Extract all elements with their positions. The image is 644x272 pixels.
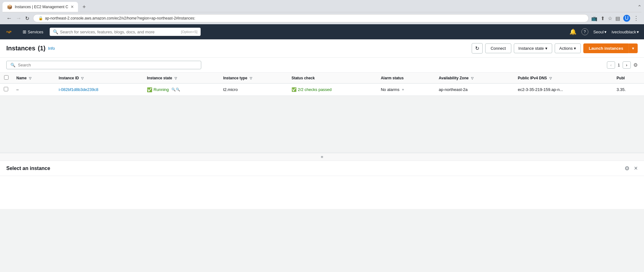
user-profile-icon[interactable]: U bbox=[623, 15, 630, 22]
bottom-panel-content bbox=[0, 176, 644, 207]
launch-instances-split-button[interactable]: ▾ bbox=[629, 43, 638, 53]
url-bar[interactable]: 🔒 ap-northeast-2.console.aws.amazon.com/… bbox=[33, 14, 589, 22]
connect-button[interactable]: Connect bbox=[485, 43, 511, 53]
services-button[interactable]: ⊞ Services bbox=[20, 28, 46, 36]
aws-search-input[interactable] bbox=[60, 30, 179, 34]
bottom-panel-close-icon[interactable]: × bbox=[634, 165, 638, 172]
row-instance-type: t2.micro bbox=[223, 87, 238, 92]
col-public-dns-sort-icon: ▽ bbox=[549, 76, 552, 80]
row-name: – bbox=[16, 87, 19, 92]
instance-state-button[interactable]: Instance state ▾ bbox=[514, 43, 552, 53]
extension-icon[interactable]: ▤ bbox=[615, 15, 620, 21]
aws-logo[interactable] bbox=[5, 28, 16, 36]
nav-right-area: 🔔 ? Seoul ▾ ivecloudblack ▾ bbox=[569, 28, 639, 35]
region-dropdown-icon: ▾ bbox=[604, 30, 607, 34]
instance-count: (1) bbox=[38, 45, 45, 52]
pagination-prev-button[interactable]: ‹ bbox=[607, 61, 615, 69]
instances-table-container: Name ▽ Instance ID ▽ Instance state ▽ In… bbox=[0, 73, 644, 96]
search-icon: 🔍 bbox=[53, 29, 58, 34]
page-title: Instances bbox=[6, 45, 35, 52]
row-instance-id-link[interactable]: i-082bf1d8b3de239c8 bbox=[59, 87, 98, 92]
row-checkbox[interactable] bbox=[4, 87, 8, 91]
instance-state-label: Instance state bbox=[519, 46, 544, 51]
add-alarm-icon[interactable]: + bbox=[402, 87, 404, 92]
url-text: ap-northeast-2.console.aws.amazon.com/ec… bbox=[45, 16, 195, 20]
download-icon[interactable]: ⬆ bbox=[601, 15, 605, 21]
page-title-area: Instances (1) Info bbox=[6, 45, 55, 52]
bottom-panel-drag-handle[interactable]: ≡ bbox=[0, 153, 644, 161]
user-label: ivecloudblack bbox=[612, 30, 636, 34]
bell-icon[interactable]: 🔔 bbox=[569, 28, 576, 35]
checks-passed: ✅ 2/2 checks passed bbox=[291, 87, 332, 92]
zoom-icons: 🔍🔍 bbox=[171, 88, 180, 92]
user-dropdown-icon: ▾ bbox=[637, 30, 639, 34]
instance-state-dropdown-icon: ▾ bbox=[545, 46, 547, 51]
refresh-button[interactable]: ↻ bbox=[472, 43, 483, 54]
nav-back-button[interactable]: ← bbox=[5, 14, 13, 22]
browser-expand: ⌃ bbox=[637, 4, 641, 10]
screen-cast-icon[interactable]: 📺 bbox=[591, 15, 597, 21]
aws-search-bar[interactable]: 🔍 [Option+S] bbox=[50, 28, 201, 36]
main-content: Instances (1) Info ↻ Connect Instance st… bbox=[0, 39, 644, 152]
launch-instances-button[interactable]: Launch instances bbox=[583, 43, 629, 53]
browser-right-actions: 📺 ⬆ ☆ ▤ U ⋮ bbox=[591, 15, 639, 22]
col-header-name[interactable]: Name ▽ bbox=[13, 73, 55, 83]
row-alarm-status: No alarms bbox=[381, 87, 399, 92]
close-tab-icon[interactable]: × bbox=[71, 4, 74, 10]
row-az-cell: ap-northeast-2a bbox=[435, 83, 514, 96]
col-instance-id-sort-icon: ▽ bbox=[81, 76, 84, 80]
pagination-next-button[interactable]: › bbox=[623, 61, 631, 69]
region-selector[interactable]: Seoul ▾ bbox=[593, 30, 607, 34]
col-header-pub[interactable]: Publ bbox=[613, 73, 644, 83]
row-type-cell: t2.micro bbox=[219, 83, 288, 96]
services-label: Services bbox=[28, 30, 43, 34]
info-link[interactable]: Info bbox=[48, 46, 55, 51]
browser-menu-icon[interactable]: ⋮ bbox=[633, 15, 639, 22]
refresh-icon: ↻ bbox=[475, 46, 479, 51]
col-pub-label: Publ bbox=[617, 76, 625, 80]
browser-address-bar: ← → ↻ 🔒 ap-northeast-2.console.aws.amazo… bbox=[3, 12, 641, 24]
browser-tab[interactable]: 📦 Instances | EC2 Management C × bbox=[3, 2, 78, 12]
row-pub: 3.35. bbox=[617, 87, 626, 92]
search-icon: 🔍 bbox=[10, 63, 15, 67]
running-status: ✅ Running 🔍🔍 bbox=[147, 87, 180, 92]
table-search-box[interactable]: 🔍 bbox=[6, 61, 201, 69]
bottom-panel: ≡ Select an instance ⚙ × bbox=[0, 152, 644, 209]
bottom-panel-settings-icon[interactable]: ⚙ bbox=[625, 165, 630, 172]
col-header-alarm-status[interactable]: Alarm status bbox=[377, 73, 435, 83]
search-input[interactable] bbox=[18, 63, 197, 67]
help-icon[interactable]: ? bbox=[581, 28, 588, 35]
table-row[interactable]: – i-082bf1d8b3de239c8 ✅ Running 🔍🔍 t2.mi bbox=[0, 83, 644, 96]
col-instance-type-sort-icon: ▽ bbox=[250, 76, 252, 80]
col-header-status-check[interactable]: Status check bbox=[288, 73, 377, 83]
bottom-panel-header: Select an instance ⚙ × bbox=[0, 161, 644, 176]
new-tab-button[interactable]: + bbox=[79, 3, 89, 12]
col-az-label: Availability Zone bbox=[439, 76, 469, 80]
col-header-az[interactable]: Availability Zone ▽ bbox=[435, 73, 514, 83]
table-settings-icon[interactable]: ⚙ bbox=[633, 62, 638, 68]
bottom-panel-actions: ⚙ × bbox=[625, 165, 638, 172]
nav-forward-button[interactable]: → bbox=[14, 14, 23, 22]
row-availability-zone: ap-northeast-2a bbox=[439, 87, 468, 92]
actions-button[interactable]: Actions ▾ bbox=[555, 43, 581, 53]
bookmark-icon[interactable]: ☆ bbox=[608, 15, 612, 21]
col-instance-id-label: Instance ID bbox=[59, 76, 79, 80]
col-header-instance-id[interactable]: Instance ID ▽ bbox=[55, 73, 143, 83]
pagination-area: ‹ 1 › ⚙ bbox=[607, 61, 638, 69]
table-empty-area bbox=[0, 96, 644, 152]
aws-navbar: ⊞ Services 🔍 [Option+S] 🔔 ? Seoul ▾ ivec… bbox=[0, 24, 644, 39]
col-instance-state-label: Instance state bbox=[147, 76, 172, 80]
row-alarm-cell: No alarms + bbox=[377, 83, 435, 96]
bottom-panel-title: Select an instance bbox=[6, 166, 50, 171]
row-status-cell: ✅ 2/2 checks passed bbox=[288, 83, 377, 96]
row-instance-id-cell: i-082bf1d8b3de239c8 bbox=[55, 83, 143, 96]
col-header-instance-type[interactable]: Instance type ▽ bbox=[219, 73, 288, 83]
header-actions: ↻ Connect Instance state ▾ Actions ▾ Lau… bbox=[472, 43, 638, 54]
user-selector[interactable]: ivecloudblack ▾ bbox=[612, 30, 639, 34]
select-all-checkbox[interactable] bbox=[4, 75, 8, 80]
nav-refresh-button[interactable]: ↻ bbox=[24, 15, 31, 22]
row-checkbox-cell[interactable] bbox=[0, 83, 13, 96]
col-header-public-dns[interactable]: Public IPv4 DNS ▽ bbox=[514, 73, 613, 83]
row-public-dns: ec2-3-35-219-159.ap-n... bbox=[518, 87, 563, 92]
col-header-instance-state[interactable]: Instance state ▽ bbox=[143, 73, 219, 83]
